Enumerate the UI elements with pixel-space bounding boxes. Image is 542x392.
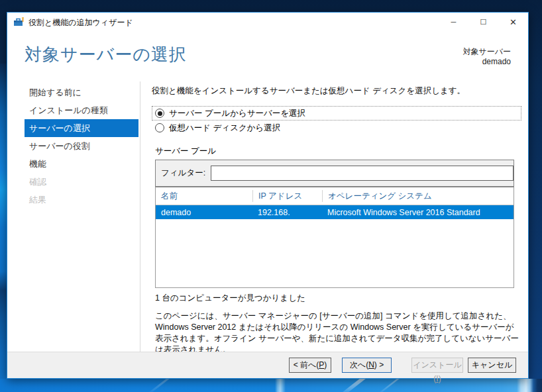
sidebar-separator [140, 81, 140, 362]
radio-option-virtual-hard-disk[interactable]: 仮想ハード ディスクから選択 [152, 121, 521, 135]
close-button[interactable]: ✕ [498, 13, 528, 31]
add-roles-features-wizard-window: 役割と機能の追加ウィザード ─ ☐ ✕ 対象サーバーの選択 対象サーバー dem… [7, 12, 529, 379]
previous-button[interactable]: < 前へ(P) [289, 358, 331, 373]
minimize-button[interactable]: ─ [439, 13, 468, 31]
nav-item-server-roles[interactable]: サーバーの役割 [25, 137, 138, 155]
nav-item-installation-type[interactable]: インストールの種類 [25, 101, 138, 119]
cell-server-name: demado [156, 208, 252, 217]
radio-option-server-pool[interactable]: サーバー プールからサーバーを選択 [152, 106, 521, 121]
window-title: 役割と機能の追加ウィザード [28, 17, 133, 28]
next-button[interactable]: 次へ(N) > [342, 358, 392, 373]
wizard-steps-nav: 開始する前に インストールの種類 サーバーの選択 サーバーの役割 機能 確認 結… [25, 83, 138, 209]
column-header-ip[interactable]: IP アドレス [252, 190, 322, 202]
title-bar[interactable]: 役割と機能の追加ウィザード ─ ☐ ✕ [7, 13, 528, 31]
target-server-label: 対象サーバー [462, 47, 511, 57]
nav-item-before-you-begin[interactable]: 開始する前に [25, 83, 138, 101]
page-title: 対象サーバーの選択 [25, 43, 187, 66]
table-header-row: 名前 IP アドレス オペレーティング システム [156, 187, 514, 205]
wizard-toolbox-icon [13, 17, 25, 27]
cell-ip-address: 192.168. [252, 208, 322, 217]
filter-panel: フィルター: [155, 160, 514, 187]
nav-item-features[interactable]: 機能 [25, 155, 138, 173]
install-button[interactable]: インストール(I) [411, 358, 463, 373]
column-header-os[interactable]: オペレーティング システム [322, 190, 514, 202]
server-pool-label: サーバー プール [155, 146, 521, 157]
filter-label: フィルター: [161, 168, 205, 179]
target-server-info: 対象サーバー demado [462, 47, 511, 67]
maximize-button[interactable]: ☐ [468, 13, 498, 31]
target-server-value: demado [462, 57, 511, 67]
wizard-footer: < 前へ(P) 次へ(N) > インストール(I) キャンセル [7, 352, 528, 378]
light-beam [343, 379, 366, 392]
desktop-wallpaper-bottom [0, 379, 542, 392]
page-description: このページには、サーバー マネージャーの [サーバーの追加] コマンドを使用して… [155, 311, 521, 356]
computers-found-text: 1 台のコンピューターが見つかりました [155, 293, 521, 304]
light-beam [380, 379, 400, 392]
server-pool-table: 名前 IP アドレス オペレーティング システム demado 192.168.… [155, 187, 514, 288]
column-header-name[interactable]: 名前 [156, 190, 252, 202]
cell-operating-system: Microsoft Windows Server 2016 Standard [322, 208, 514, 217]
light-beam [149, 379, 170, 392]
radio-selected-icon[interactable] [155, 109, 164, 118]
nav-item-server-selection[interactable]: サーバーの選択 [25, 119, 138, 137]
nav-item-results: 結果 [25, 191, 138, 209]
filter-input[interactable] [211, 166, 514, 181]
radio-unselected-icon[interactable] [155, 123, 164, 132]
cancel-button[interactable]: キャンセル [468, 358, 516, 373]
nav-item-confirmation: 確認 [25, 173, 138, 191]
page-content: 役割と機能をインストールするサーバーまたは仮想ハード ディスクを選択します。 サ… [152, 81, 521, 356]
table-row[interactable]: demado 192.168. Microsoft Windows Server… [156, 205, 514, 219]
instruction-text: 役割と機能をインストールするサーバーまたは仮想ハード ディスクを選択します。 [152, 85, 521, 97]
